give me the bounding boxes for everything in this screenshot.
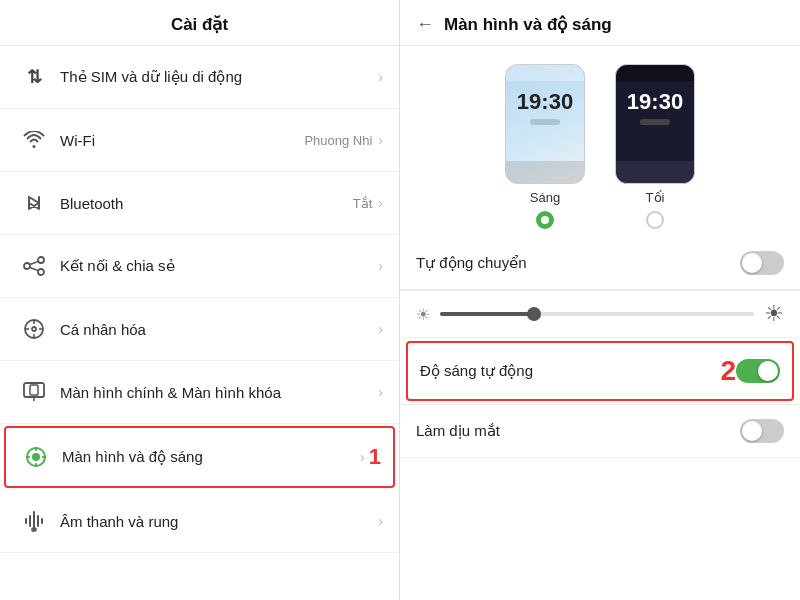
svg-point-2 (38, 269, 44, 275)
left-panel-title: Cài đặt (0, 0, 399, 46)
auto-switch-toggle[interactable] (740, 251, 784, 275)
svg-point-0 (24, 263, 30, 269)
svg-rect-12 (30, 385, 38, 395)
dark-bottom-bar (616, 161, 694, 183)
settings-item-sound[interactable]: Âm thanh và rung › (0, 490, 399, 553)
sun-small-icon: ☀ (416, 305, 430, 324)
settings-item-connection[interactable]: Kết nối & chia sẻ › (0, 235, 399, 298)
light-bottom-bar (506, 161, 584, 183)
light-theme-preview: 19:30 (505, 64, 585, 184)
sim-label: Thẻ SIM và dữ liệu di động (60, 68, 378, 86)
personalize-icon (16, 311, 52, 347)
settings-list: ⇅ Thẻ SIM và dữ liệu di động › Wi-Fi Phu… (0, 46, 399, 600)
connection-chevron: › (378, 258, 383, 274)
display-badge: 1 (369, 444, 381, 470)
display-chevron: › (360, 449, 365, 465)
dark-notch (640, 119, 670, 125)
auto-switch-row: Tự động chuyển (400, 237, 800, 290)
theme-selector: 19:30 Sáng 19:30 Tối (400, 46, 800, 237)
eye-care-toggle[interactable] (740, 419, 784, 443)
light-notch (530, 119, 560, 125)
screens-chevron: › (378, 384, 383, 400)
auto-brightness-label: Độ sáng tự động (420, 362, 710, 380)
settings-item-bluetooth[interactable]: Bluetooth Tắt › (0, 172, 399, 235)
svg-point-1 (38, 257, 44, 263)
theme-option-light[interactable]: 19:30 Sáng (505, 64, 585, 229)
sim-chevron: › (378, 69, 383, 85)
svg-line-3 (30, 262, 38, 265)
light-status-bar (506, 65, 584, 81)
settings-item-display[interactable]: Màn hình và độ sáng › 1 (4, 426, 395, 488)
auto-brightness-badge: 2 (720, 355, 736, 387)
display-icon (18, 439, 54, 475)
dark-time: 19:30 (616, 81, 694, 115)
connection-icon (16, 248, 52, 284)
bluetooth-chevron: › (378, 195, 383, 211)
eye-care-label: Làm dịu mắt (416, 422, 740, 440)
personalize-chevron: › (378, 321, 383, 337)
screens-label: Màn hình chính & Màn hình khóa (60, 384, 378, 401)
connection-label: Kết nối & chia sẻ (60, 257, 378, 275)
bluetooth-icon (16, 185, 52, 221)
sound-chevron: › (378, 513, 383, 529)
right-panel-header: ← Màn hình và độ sáng (400, 0, 800, 46)
sun-large-icon: ☀ (764, 301, 784, 327)
brightness-slider-fill (440, 312, 534, 316)
wifi-sub: Phuong Nhi (304, 133, 372, 148)
wifi-label: Wi-Fi (60, 132, 304, 149)
settings-item-wifi[interactable]: Wi-Fi Phuong Nhi › (0, 109, 399, 172)
settings-panel: Cài đặt ⇅ Thẻ SIM và dữ liệu di động › W… (0, 0, 400, 600)
dark-status-bar (616, 65, 694, 81)
settings-item-sim[interactable]: ⇅ Thẻ SIM và dữ liệu di động › (0, 46, 399, 109)
brightness-slider-track[interactable] (440, 312, 754, 316)
display-settings-panel: ← Màn hình và độ sáng 19:30 Sáng 19:30 T… (400, 0, 800, 600)
sound-label: Âm thanh và rung (60, 513, 378, 530)
light-theme-label: Sáng (530, 190, 560, 205)
bluetooth-label: Bluetooth (60, 195, 353, 212)
theme-option-dark[interactable]: 19:30 Tối (615, 64, 695, 229)
brightness-slider-row: ☀ ☀ (400, 291, 800, 338)
light-radio[interactable] (536, 211, 554, 229)
svg-line-4 (30, 268, 38, 271)
bluetooth-sub: Tắt (353, 196, 373, 211)
auto-switch-label: Tự động chuyển (416, 254, 740, 272)
svg-point-15 (32, 453, 40, 461)
personalize-label: Cá nhân hóa (60, 321, 378, 338)
eye-care-row: Làm dịu mắt (400, 405, 800, 458)
brightness-slider-thumb[interactable] (527, 307, 541, 321)
sound-icon (16, 503, 52, 539)
screens-icon (16, 374, 52, 410)
dark-theme-preview: 19:30 (615, 64, 695, 184)
wifi-chevron: › (378, 132, 383, 148)
back-arrow-icon[interactable]: ← (416, 14, 434, 35)
dark-theme-label: Tối (646, 190, 665, 205)
right-panel-title: Màn hình và độ sáng (444, 14, 612, 35)
auto-brightness-toggle[interactable] (736, 359, 780, 383)
display-label: Màn hình và độ sáng (62, 448, 360, 466)
light-time: 19:30 (506, 81, 584, 115)
svg-point-6 (32, 327, 36, 331)
auto-brightness-row: Độ sáng tự động 2 (406, 341, 794, 401)
settings-item-personalize[interactable]: Cá nhân hóa › (0, 298, 399, 361)
settings-item-screens[interactable]: Màn hình chính & Màn hình khóa › (0, 361, 399, 424)
wifi-icon (16, 122, 52, 158)
sim-icon: ⇅ (16, 59, 52, 95)
dark-radio[interactable] (646, 211, 664, 229)
